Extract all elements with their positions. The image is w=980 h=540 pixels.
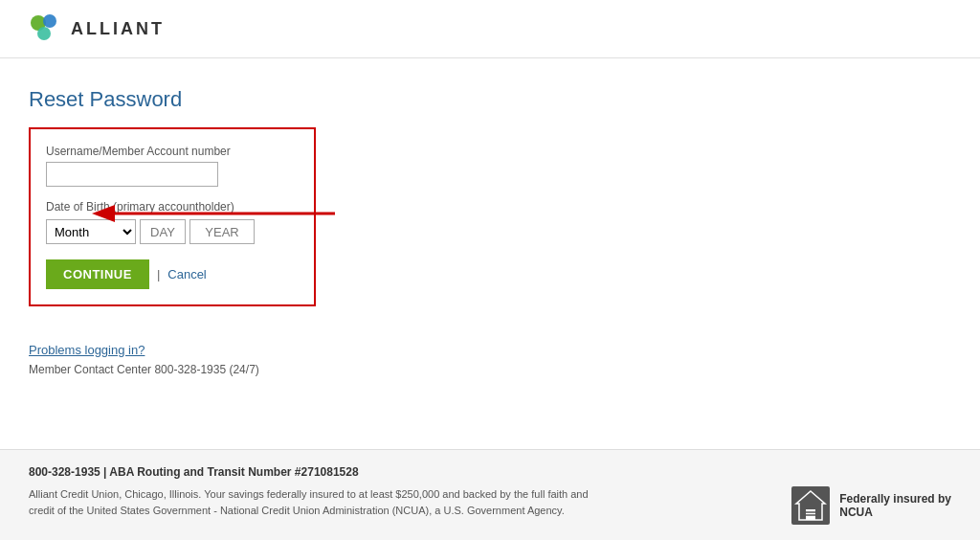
- action-row: CONTINUE | Cancel: [46, 259, 299, 289]
- footer-bottom: Alliant Credit Union, Chicago, Illinois.…: [29, 486, 951, 525]
- footer-routing: 800-328-1935 | ABA Routing and Transit N…: [29, 465, 951, 479]
- logo-container: ALLIANT: [29, 11, 165, 46]
- logo-text: ALLIANT: [71, 19, 165, 39]
- footer-ncua: EQUAL HOUSING OPPORTUNITY Federally insu…: [791, 486, 951, 525]
- problems-link[interactable]: Problems logging in?: [29, 343, 145, 357]
- username-label: Username/Member Account number: [46, 145, 299, 158]
- day-input[interactable]: [140, 219, 186, 244]
- equal-housing-icon: EQUAL HOUSING OPPORTUNITY: [791, 486, 830, 525]
- dob-row: Month January February March April May J…: [46, 219, 299, 244]
- footer-legal: Alliant Credit Union, Chicago, Illinois.…: [29, 486, 603, 518]
- divider-text: |: [157, 267, 160, 281]
- alliant-logo-icon: [29, 11, 63, 46]
- ncua-line2: NCUA: [839, 506, 951, 519]
- dob-label: Date of Birth (primary accountholder): [46, 200, 299, 214]
- form-section: Username/Member Account number Date of B…: [29, 127, 951, 306]
- username-input[interactable]: [46, 162, 218, 187]
- svg-point-2: [37, 27, 51, 40]
- ncua-badge: Federally insured by NCUA: [839, 492, 951, 519]
- month-select[interactable]: Month January February March April May J…: [46, 219, 136, 244]
- footer: 800-328-1935 | ABA Routing and Transit N…: [0, 449, 980, 540]
- reset-password-form: Username/Member Account number Date of B…: [29, 127, 316, 306]
- cancel-link[interactable]: Cancel: [167, 267, 206, 281]
- contact-text: Member Contact Center 800-328-1935 (24/7…: [29, 363, 951, 376]
- main-content: Reset Password Username/Member Account n…: [0, 58, 980, 449]
- continue-button[interactable]: CONTINUE: [46, 259, 149, 289]
- page-title: Reset Password: [29, 87, 951, 112]
- help-section: Problems logging in? Member Contact Cent…: [29, 326, 951, 376]
- ncua-line1: Federally insured by: [839, 492, 951, 506]
- year-input[interactable]: [189, 219, 255, 244]
- svg-point-1: [43, 14, 56, 28]
- header: ALLIANT: [0, 0, 980, 58]
